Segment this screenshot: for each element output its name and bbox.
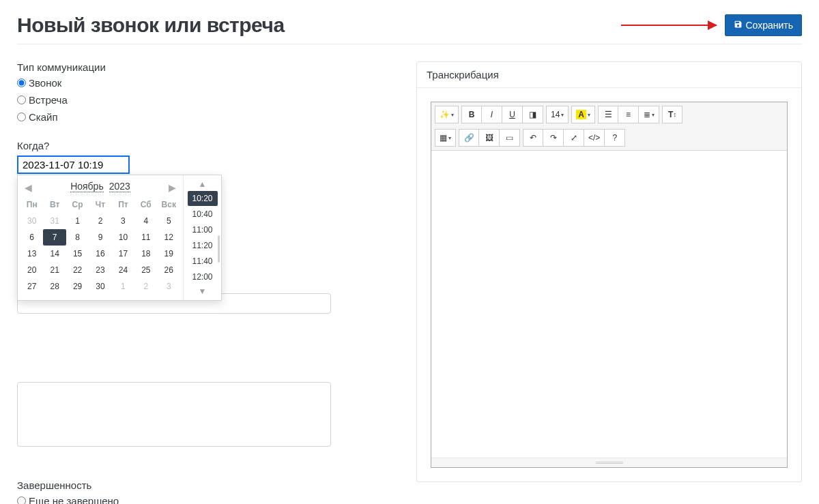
picture-button[interactable]: 🖼 bbox=[479, 129, 500, 147]
calendar-day[interactable]: 30 bbox=[89, 278, 111, 295]
calendar-day[interactable]: 6 bbox=[20, 229, 43, 246]
save-icon bbox=[734, 20, 743, 31]
dow-header: Ср bbox=[66, 196, 89, 213]
time-slot[interactable]: 10:20 bbox=[188, 191, 218, 206]
type-option-meeting[interactable]: Встреча bbox=[17, 94, 399, 106]
calendar-day[interactable]: 12 bbox=[158, 229, 180, 246]
calendar-day[interactable]: 19 bbox=[158, 246, 180, 262]
calendar-day[interactable]: 29 bbox=[66, 278, 89, 295]
style-button[interactable]: ✨▾ bbox=[435, 106, 459, 123]
calendar-day[interactable]: 7 bbox=[43, 229, 66, 246]
editor-content[interactable] bbox=[431, 151, 787, 458]
next-month-icon[interactable]: ▶ bbox=[169, 182, 176, 193]
calendar-day[interactable]: 23 bbox=[89, 262, 111, 278]
radio-skype[interactable] bbox=[17, 113, 26, 121]
calendar-day[interactable]: 22 bbox=[66, 262, 89, 278]
highlight-arrow bbox=[285, 25, 725, 26]
undo-button[interactable]: ↶ bbox=[523, 129, 543, 147]
calendar-day[interactable]: 21 bbox=[43, 262, 66, 278]
help-icon: ? bbox=[613, 133, 618, 143]
calendar-day[interactable]: 2 bbox=[89, 213, 111, 229]
transcription-panel: Транскрибация ✨▾ B I U ◨ bbox=[416, 61, 802, 482]
undo-icon: ↶ bbox=[530, 133, 536, 143]
radio-meeting[interactable] bbox=[17, 95, 26, 104]
underline-button[interactable]: U bbox=[502, 106, 523, 123]
editor-resize-handle[interactable] bbox=[431, 458, 787, 467]
ol-button[interactable]: ≡ bbox=[618, 106, 639, 123]
time-slot[interactable]: 12:00 bbox=[188, 269, 218, 284]
time-down-icon[interactable]: ▼ bbox=[199, 285, 207, 297]
time-scrollbar[interactable] bbox=[218, 235, 220, 263]
calendar-day[interactable]: 9 bbox=[89, 229, 111, 246]
italic-button[interactable]: I bbox=[482, 106, 502, 123]
calendar-day[interactable]: 28 bbox=[43, 278, 66, 295]
calendar-day[interactable]: 4 bbox=[134, 213, 157, 229]
time-slot[interactable]: 11:00 bbox=[188, 222, 218, 237]
video-button[interactable]: ▭ bbox=[500, 129, 520, 147]
help-button[interactable]: ? bbox=[605, 129, 625, 147]
type-option-call[interactable]: Звонок bbox=[17, 77, 399, 89]
redo-button[interactable]: ↷ bbox=[543, 129, 564, 147]
calendar-month[interactable]: Ноябрь bbox=[70, 181, 104, 192]
time-slot[interactable]: 10:40 bbox=[188, 207, 218, 222]
redo-icon: ↷ bbox=[550, 133, 557, 143]
calendar-day[interactable]: 3 bbox=[158, 278, 180, 295]
link-button[interactable]: 🔗 bbox=[459, 129, 479, 147]
rich-editor: ✨▾ B I U ◨ 14▾ bbox=[431, 102, 788, 468]
code-button[interactable]: </> bbox=[584, 129, 605, 147]
completion-option-notdone[interactable]: Еще не завершено bbox=[17, 495, 399, 504]
type-radio-group: Звонок Встреча Скайп bbox=[17, 77, 399, 123]
radio-call-label: Звонок bbox=[29, 77, 61, 89]
time-slot[interactable]: 11:20 bbox=[188, 238, 218, 253]
calendar-day[interactable]: 1 bbox=[66, 213, 89, 229]
calendar-day[interactable]: 11 bbox=[134, 229, 157, 246]
fontsize-value: 14 bbox=[551, 110, 560, 119]
calendar-day[interactable]: 10 bbox=[112, 229, 134, 246]
align-button[interactable]: ≣▾ bbox=[639, 106, 659, 123]
calendar-day[interactable]: 1 bbox=[112, 278, 134, 295]
fullscreen-button[interactable]: ⤢ bbox=[564, 129, 584, 147]
calendar-day[interactable]: 14 bbox=[43, 246, 66, 262]
page-title: Новый звонок или встреча bbox=[17, 14, 285, 37]
calendar-day[interactable]: 16 bbox=[89, 246, 111, 262]
calendar-year[interactable]: 2023 bbox=[109, 181, 130, 192]
prev-month-icon[interactable]: ◀ bbox=[25, 182, 32, 193]
radio-meeting-label: Встреча bbox=[29, 94, 68, 106]
radio-notdone-label: Еще не завершено bbox=[29, 495, 119, 504]
calendar-day[interactable]: 31 bbox=[43, 213, 66, 229]
clearformat-button[interactable]: T↕ bbox=[662, 106, 682, 123]
calendar-day[interactable]: 3 bbox=[112, 213, 134, 229]
calendar-day[interactable]: 30 bbox=[20, 213, 43, 229]
erase-button[interactable]: ◨ bbox=[523, 106, 543, 123]
bold-button[interactable]: B bbox=[461, 106, 482, 123]
list-ol-icon: ≡ bbox=[626, 110, 631, 119]
editor-toolbar: ✨▾ B I U ◨ 14▾ bbox=[431, 102, 787, 151]
calendar-day[interactable]: 25 bbox=[134, 262, 157, 278]
calendar-day[interactable]: 2 bbox=[134, 278, 157, 295]
calendar-day[interactable]: 5 bbox=[158, 213, 180, 229]
save-button[interactable]: Сохранить bbox=[725, 14, 802, 36]
calendar-day[interactable]: 26 bbox=[158, 262, 180, 278]
calendar-day[interactable]: 27 bbox=[20, 278, 43, 295]
time-up-icon[interactable]: ▲ bbox=[199, 178, 207, 190]
radio-notdone[interactable] bbox=[17, 496, 26, 504]
calendar-day[interactable]: 13 bbox=[20, 246, 43, 262]
save-label: Сохранить bbox=[745, 20, 793, 31]
magic-icon: ✨ bbox=[440, 110, 450, 119]
calendar-day[interactable]: 8 bbox=[66, 229, 89, 246]
calendar-day[interactable]: 20 bbox=[20, 262, 43, 278]
table-button[interactable]: ▦▾ bbox=[435, 129, 456, 147]
calendar-day[interactable]: 17 bbox=[112, 246, 134, 262]
color-button[interactable]: A▾ bbox=[571, 106, 595, 123]
type-label: Тип коммуникации bbox=[17, 61, 399, 73]
ul-button[interactable]: ☰ bbox=[598, 106, 618, 123]
type-option-skype[interactable]: Скайп bbox=[17, 111, 399, 123]
fontsize-button[interactable]: 14▾ bbox=[546, 106, 569, 123]
when-input[interactable] bbox=[17, 155, 130, 174]
calendar-day[interactable]: 15 bbox=[66, 246, 89, 262]
time-slot[interactable]: 11:40 bbox=[188, 254, 218, 269]
radio-call[interactable] bbox=[17, 78, 26, 87]
calendar-day[interactable]: 24 bbox=[112, 262, 134, 278]
notes-textarea[interactable] bbox=[17, 382, 331, 447]
calendar-day[interactable]: 18 bbox=[134, 246, 157, 262]
